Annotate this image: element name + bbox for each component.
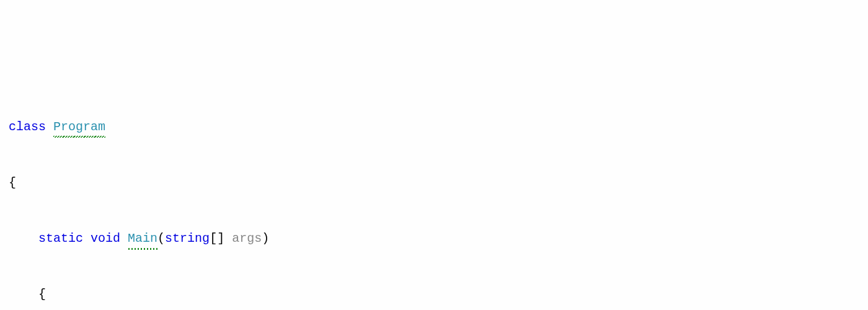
array-brackets: [] — [210, 231, 224, 246]
param-name-args: args — [232, 231, 262, 246]
brace-open: { — [9, 175, 16, 190]
code-line[interactable]: { — [9, 174, 868, 192]
space — [83, 231, 91, 246]
paren-close: ) — [262, 231, 269, 246]
code-line[interactable]: static void Main(string[] args) — [9, 229, 868, 248]
code-line[interactable]: class Program — [9, 118, 868, 136]
keyword-static: static — [38, 231, 83, 246]
code-editor[interactable]: class Program { static void Main(string[… — [9, 81, 868, 310]
indent — [9, 285, 38, 304]
method-name-main: Main — [128, 229, 157, 248]
space — [224, 231, 232, 246]
class-name-identifier: Program — [53, 118, 105, 136]
paren-open: ( — [157, 231, 165, 246]
space — [46, 120, 53, 134]
brace-open: { — [38, 287, 46, 301]
param-type-string: string — [165, 231, 210, 246]
code-line[interactable]: { — [9, 285, 868, 304]
indent — [9, 229, 38, 248]
space — [120, 231, 128, 246]
keyword-class: class — [9, 120, 46, 134]
keyword-void: void — [91, 231, 120, 246]
